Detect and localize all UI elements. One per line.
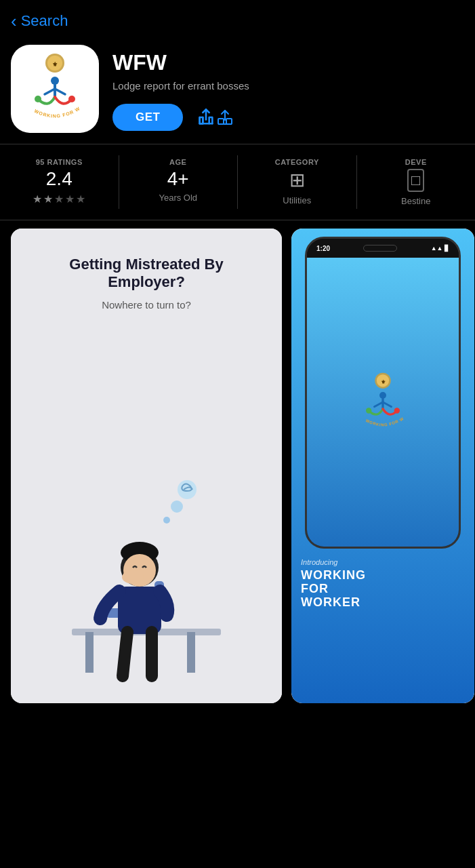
share-icon-simple [215,108,234,127]
star-3: ★ [54,193,64,205]
svg-text:⚜: ⚜ [381,379,386,385]
age-sub: Years Old [159,193,197,203]
svg-rect-11 [200,117,203,123]
age-value: 4+ [167,169,189,190]
app-icon: ⚜ WORKING FOR WORKERS [11,45,99,133]
svg-rect-12 [218,119,224,124]
screenshot-2-title: WORKINGFORWORKER [301,569,468,609]
calculator-icon: ⊞ [289,169,305,191]
stat-age: AGE 4+ Years Old [119,155,239,209]
phone-content: ⚜ WORKING FOR WORKERS [307,258,459,547]
svg-line-36 [375,402,384,407]
app-name: WFW [112,50,464,75]
svg-rect-18 [187,632,195,673]
person-illustration [51,432,241,690]
status-bar: 1:20 ▲▲ ▊ [307,239,459,258]
stars: ★ ★ ★ ★ ★ [33,193,85,205]
svg-point-6 [68,96,75,102]
back-chevron-icon: ‹ [11,12,17,30]
app-subtitle: Lodge report for errant bosses [112,79,464,93]
app-actions: GET [112,104,464,131]
svg-point-34 [366,408,371,413]
screenshot-2: 1:20 ▲▲ ▊ ⚜ [291,229,474,703]
star-5: ★ [76,193,85,205]
share-button[interactable] [197,108,234,127]
star-4: ★ [65,193,75,205]
screenshot-2-inner: 1:20 ▲▲ ▊ ⚜ [291,229,474,703]
share-icon [197,108,215,127]
developer-icon: □ [407,169,424,192]
stats-row: 95 RATINGS 2.4 ★ ★ ★ ★ ★ AGE 4+ Years Ol… [0,144,475,220]
svg-line-37 [383,402,392,407]
stat-developer: DEVE □ Bestine [357,155,476,209]
notch [363,245,397,252]
header: ‹ Search [0,0,475,37]
developer-label: DEVE [405,158,427,166]
svg-point-28 [178,480,197,499]
ratings-value: 2.4 [46,169,73,190]
svg-point-26 [163,517,170,524]
screenshot-1-subtitle: Nowhere to turn to? [102,299,191,311]
star-1: ★ [33,193,42,205]
app-icon-svg: ⚜ WORKING FOR WORKERS [14,48,96,130]
phone-app-logo: ⚜ WORKING FOR WORKERS [349,368,417,436]
svg-line-8 [55,89,65,94]
screenshots-scroll: Getting Mistreated By Employer? Nowhere … [0,229,475,703]
screenshot-2-intro: Introducing [301,558,468,566]
back-button[interactable]: ‹ Search [11,12,68,30]
ratings-label: 95 RATINGS [36,158,83,166]
phone-frame: 1:20 ▲▲ ▊ ⚜ [305,237,461,549]
get-button[interactable]: GET [112,104,183,131]
star-2: ★ [43,193,53,205]
screenshot-1-inner: Getting Mistreated By Employer? Nowhere … [11,229,282,703]
screenshot-1: Getting Mistreated By Employer? Nowhere … [11,229,282,703]
back-label: Search [21,12,68,30]
screenshot-1-title: Getting Mistreated By Employer? [31,256,262,291]
svg-point-24 [122,570,144,584]
app-details: WFW Lodge report for errant bosses GET [112,45,464,131]
svg-point-35 [394,408,400,413]
app-info-row: ⚜ WORKING FOR WORKERS WFW Lodge report f… [0,37,475,144]
stat-ratings: 95 RATINGS 2.4 ★ ★ ★ ★ ★ [0,155,119,209]
svg-text:⚜: ⚜ [52,61,58,68]
developer-value: Bestine [401,196,430,206]
svg-rect-14 [226,119,232,124]
screenshots-section: Getting Mistreated By Employer? Nowhere … [0,220,475,703]
time-display: 1:20 [316,245,330,252]
stat-category: CATEGORY ⊞ Utilities [238,155,357,209]
svg-rect-17 [85,632,94,673]
category-label: CATEGORY [275,158,319,166]
category-value: Utilities [283,195,311,205]
status-icons: ▲▲ ▊ [431,245,449,252]
screenshot-2-text: Introducing WORKINGFORWORKER [291,549,474,616]
svg-point-27 [171,500,183,513]
svg-point-5 [35,96,41,102]
svg-line-7 [45,89,55,94]
age-label: AGE [169,158,186,166]
